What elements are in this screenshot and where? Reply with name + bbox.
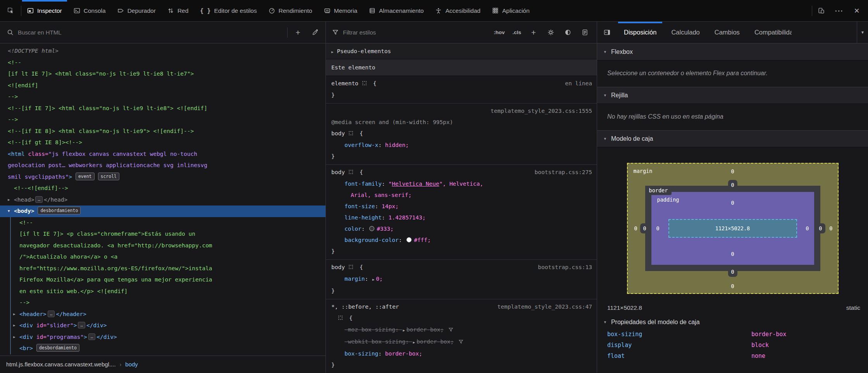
tab-rendimiento[interactable]: Rendimiento	[263, 0, 318, 21]
property-name[interactable]: font-family	[344, 181, 382, 187]
markup-line[interactable]: <html class="js flexbox canvas canvastex…	[0, 149, 326, 160]
property-value[interactable]: border-box;	[406, 326, 444, 333]
stylesheet-link[interactable]: bootstrap.css:275	[535, 167, 592, 178]
markup-line[interactable]: ▼<body>desbordamiento	[0, 205, 326, 217]
markup-line[interactable]: -->	[0, 114, 326, 126]
eyedropper-icon[interactable]	[308, 26, 322, 39]
breadcrumb-item-html[interactable]: html.js.flexbox.canvas.canvastext.webgl.…	[6, 361, 116, 368]
overridden-filter-icon[interactable]	[458, 337, 463, 348]
css-declaration[interactable]: box-sizing: border-box;	[326, 348, 597, 359]
property-value[interactable]: 1.42857143;	[389, 214, 426, 221]
rule-selector-line[interactable]: *, ::before, ::aftertemplatemo_style_202…	[326, 301, 597, 313]
sidebar-tab-cambios[interactable]: Cambios	[707, 22, 747, 43]
padding-bottom-value[interactable]: 0	[651, 251, 814, 257]
property-name[interactable]: -moz-box-sizing	[344, 326, 395, 333]
rule-selector-line[interactable]: elemento{en línea	[326, 78, 597, 90]
property-name[interactable]: font-size	[344, 203, 375, 209]
css-declaration[interactable]: -webkit-box-sizing: ▶border-box;	[326, 336, 597, 348]
collapsed-children-icon[interactable]: …	[88, 333, 96, 340]
markup-line[interactable]: [if lt IE 7]> <html class="no-js lt-ie9 …	[0, 68, 326, 80]
twisty-icon[interactable]: ▼	[8, 205, 10, 217]
expander-arrow-icon[interactable]: ▶	[403, 328, 405, 332]
tab-editor-de-estilos[interactable]: { }Editor de estilos	[194, 0, 262, 21]
property-value[interactable]: border-box	[751, 331, 868, 338]
property-value[interactable]: "Helvetica Neue", Helvetica,	[389, 181, 483, 187]
flexbox-section-header[interactable]: ▼Flexbox	[597, 43, 868, 60]
property-value[interactable]: border-box;	[385, 351, 422, 357]
property-value[interactable]: border-box;	[417, 338, 454, 345]
add-node-button[interactable]: +	[291, 26, 305, 39]
add-rule-button[interactable]: +	[527, 26, 540, 39]
markup-line[interactable]: ▶<div id="slider">…</div>	[0, 320, 326, 332]
property-name[interactable]: line-height	[344, 214, 382, 221]
selector-text[interactable]: elemento	[331, 80, 358, 86]
box-model-property-row[interactable]: displayblock	[597, 340, 868, 351]
markup-line[interactable]: <!--	[0, 57, 326, 69]
markup-line[interactable]: <!--	[0, 217, 326, 229]
box-model-margin-region[interactable]: margin 0 0 0 0 border 0 0 0 0 padding 0	[627, 163, 839, 294]
border-left-value[interactable]: 0	[640, 223, 649, 233]
markup-line[interactable]: ▶<header>…</header>	[0, 309, 326, 320]
node-badge[interactable]: desbordamiento	[36, 344, 79, 352]
collapsed-children-icon[interactable]: …	[78, 322, 85, 328]
stylesheet-link[interactable]: bootstrap.css:13	[538, 262, 592, 273]
markup-line[interactable]: smil svgclippaths">eventscroll	[0, 171, 326, 183]
property-value[interactable]: block	[751, 342, 868, 349]
class-toggle[interactable]: .cls	[510, 29, 523, 35]
markup-line[interactable]: ▶<div id="programas">…</div>	[0, 332, 326, 343]
markup-line[interactable]: <!--[if gt IE 8]><!-->	[0, 137, 326, 149]
property-name[interactable]: margin	[344, 276, 365, 282]
css-declaration[interactable]: margin: ▶0;	[326, 273, 597, 285]
grid-section-header[interactable]: ▼Rejilla	[597, 87, 868, 104]
filter-styles-input[interactable]: Filtrar estilos	[343, 29, 376, 36]
property-value[interactable]: #fff;	[414, 237, 431, 243]
dark-theme-icon[interactable]	[561, 26, 574, 39]
twisty-icon[interactable]: ▶	[13, 309, 15, 320]
sidebar-tab-calculado[interactable]: Calculado	[664, 22, 707, 43]
breadcrumb-item-body[interactable]: body	[125, 361, 138, 368]
all-tabs-menu-icon[interactable]: ▼	[857, 22, 868, 43]
box-model-property-row[interactable]: floatnone	[597, 351, 868, 361]
markup-line[interactable]: <!--[if IE 7]> <html class="no-js lt-ie9…	[0, 103, 326, 114]
property-value[interactable]: none	[751, 352, 868, 359]
margin-left-value[interactable]: 0	[634, 225, 637, 231]
property-value[interactable]: hidden;	[385, 142, 409, 148]
markup-line[interactable]: /">Actualízalo ahora</a> o <a	[0, 251, 326, 263]
selector-text[interactable]: *, ::before, ::after	[331, 304, 399, 310]
markup-line[interactable]: <!DOCTYPE html>	[0, 45, 326, 57]
sidebar-tab-compatibilidad[interactable]: Compatibilidad	[747, 22, 799, 43]
border-top-value[interactable]: 0	[728, 180, 737, 190]
pseudo-elements-header[interactable]: ▶Pseudo-elementos	[326, 43, 597, 59]
selector-text[interactable]: body	[331, 130, 345, 136]
css-declaration[interactable]: line-height: 1.42857143;	[326, 212, 597, 223]
margin-top-value[interactable]: 0	[628, 168, 838, 174]
tab-aplicación[interactable]: Aplicación	[486, 0, 536, 21]
rule-selector-line[interactable]: body{bootstrap.css:13	[326, 262, 597, 273]
sidebar-toggle-icon[interactable]	[597, 22, 617, 43]
tab-inspector[interactable]: Inspector	[21, 0, 68, 21]
css-declaration[interactable]: font-family: "Helvetica Neue", Helvetica…	[326, 178, 597, 190]
property-name[interactable]: box-sizing	[607, 331, 751, 338]
property-value[interactable]: 0;	[376, 276, 382, 282]
tab-depurador[interactable]: Depurador	[112, 0, 162, 21]
collapsed-children-icon[interactable]: …	[48, 311, 55, 317]
twisty-icon[interactable]: ▶	[8, 194, 10, 206]
property-value[interactable]: 14px;	[382, 203, 399, 209]
node-badge[interactable]: desbordamiento	[38, 207, 81, 214]
node-badge[interactable]: scroll	[98, 173, 120, 180]
color-swatch[interactable]	[406, 237, 412, 242]
property-name[interactable]: overflow-x	[344, 142, 378, 148]
meatball-menu-icon[interactable]: ⋯	[830, 0, 848, 22]
css-declaration[interactable]: color: #333;	[326, 223, 597, 235]
css-declaration[interactable]: overflow-x: hidden;	[326, 140, 597, 151]
pseudo-class-toggle[interactable]: :hov	[492, 29, 507, 35]
stylesheet-link[interactable]: templatemo_style_2023.css:1555	[326, 105, 597, 117]
markup-line[interactable]: geolocation post… webworkers application…	[0, 160, 326, 171]
close-icon[interactable]: ✕	[848, 0, 866, 22]
selector-highlighter-icon[interactable]	[338, 313, 343, 324]
color-swatch[interactable]	[369, 226, 374, 231]
light-theme-icon[interactable]	[544, 26, 557, 39]
property-name[interactable]: color	[344, 226, 362, 232]
overridden-filter-icon[interactable]	[448, 325, 453, 336]
markup-line[interactable]: Firefox Mozilla</a> para que tengas una …	[0, 274, 326, 286]
